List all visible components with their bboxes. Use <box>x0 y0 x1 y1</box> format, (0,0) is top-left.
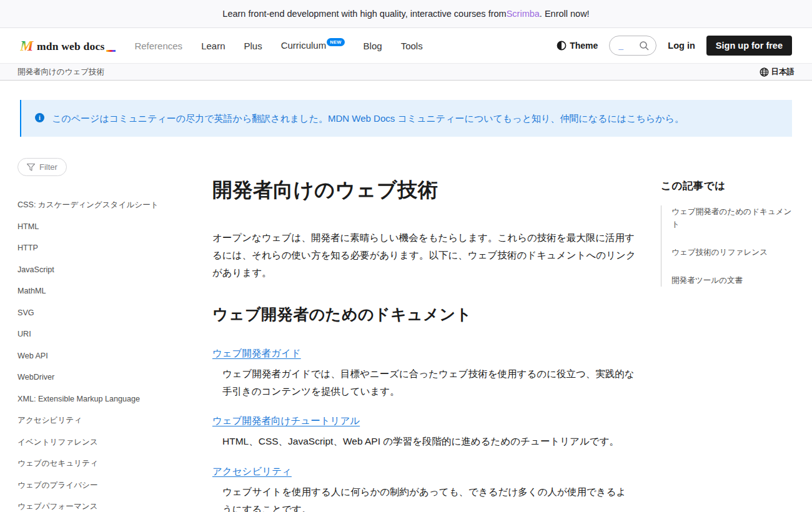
localization-notice: i このページはコミュニティーの尽力で英語から翻訳されました。MDN Web D… <box>20 100 792 137</box>
mdn-logo-m-icon: M <box>20 38 34 53</box>
sidebar-item-mathml[interactable]: MathML <box>17 287 187 295</box>
svg-text:M: M <box>20 38 34 53</box>
doc-entry: ウェブ開発者向けチュートリアル HTML、CSS、JavaScript、Web … <box>212 415 636 450</box>
intro-paragraph: オープンなウェブは、開発者に素晴らしい機会をもたらします。これらの技術を最大限に… <box>212 229 636 282</box>
signup-button[interactable]: Sign up for free <box>706 36 792 56</box>
sidebar-item-xml[interactable]: XML: Extensible Markup Language <box>17 395 187 403</box>
info-icon: i <box>35 113 44 122</box>
sidebar-item-html[interactable]: HTML <box>17 223 187 231</box>
promo-text-after: . Enroll now! <box>540 9 590 19</box>
toc-sidebar: この記事では ウェブ開発者のためのドキュメント ウェブ技術のリファレンス 開発者… <box>661 158 795 512</box>
theme-toggle[interactable]: Theme <box>557 41 598 51</box>
promo-banner: Learn front-end development with high qu… <box>0 0 812 28</box>
nav-curriculum-label: Curriculum <box>281 40 327 51</box>
entry-description: ウェブ開発者ガイドでは、目標やニーズに合ったウェブ技術を使用するのに役立つ、実践… <box>222 365 636 400</box>
nav-curriculum[interactable]: CurriculumNEW <box>281 40 345 51</box>
toc-item-reference[interactable]: ウェブ技術のリファレンス <box>671 246 795 258</box>
page-title: 開発者向けのウェブ技術 <box>212 177 636 204</box>
left-sidebar: Filter CSS: カスケーディングスタイルシート HTML HTTP Ja… <box>17 158 187 512</box>
promo-text-before: Learn front-end development with high qu… <box>222 9 506 19</box>
search-input[interactable]: _ <box>609 36 656 56</box>
search-icon <box>639 41 650 51</box>
entry-description: ウェブサイトを使用する人に何らかの制約があっても、できるだけ多くの人が使用できる… <box>222 483 636 512</box>
filter-button[interactable]: Filter <box>17 158 67 176</box>
nav-tools[interactable]: Tools <box>401 41 423 51</box>
mdn-logo[interactable]: M mdn web docs <box>20 38 116 53</box>
link-web-developer-tutorials[interactable]: ウェブ開発者向けチュートリアル <box>212 415 360 426</box>
sidebar-item-event-reference[interactable]: イベントリファレンス <box>17 438 187 446</box>
link-accessibility[interactable]: アクセシビリティ <box>212 466 292 476</box>
sidebar-item-web-privacy[interactable]: ウェブのプライバシー <box>17 481 187 490</box>
breadcrumb[interactable]: 開発者向けのウェブ技術 <box>17 67 104 77</box>
sidebar-item-http[interactable]: HTTP <box>17 244 187 252</box>
site-header: M mdn web docs References Learn Plus Cur… <box>0 28 812 63</box>
article-content: 開発者向けのウェブ技術 オープンなウェブは、開発者に素晴らしい機会をもたらします… <box>212 158 636 512</box>
nav-references[interactable]: References <box>134 41 182 51</box>
sidebar-item-webapi[interactable]: Web API <box>17 352 187 360</box>
toc-title: この記事では <box>661 179 795 193</box>
theme-icon <box>557 41 567 51</box>
toc-list: ウェブ開発者のためのドキュメント ウェブ技術のリファレンス 開発者ツールの文書 <box>661 205 795 287</box>
notice-text[interactable]: このページはコミュニティーの尽力で英語から翻訳されました。MDN Web Doc… <box>52 112 684 125</box>
new-badge: NEW <box>327 38 344 46</box>
mdn-logo-text: mdn web docs <box>37 40 104 53</box>
toc-item-devtools[interactable]: 開発者ツールの文書 <box>671 274 795 287</box>
sidebar-item-webdriver[interactable]: WebDriver <box>17 373 187 382</box>
page-layout: Filter CSS: カスケーディングスタイルシート HTML HTTP Ja… <box>0 137 812 512</box>
nav-plus[interactable]: Plus <box>244 41 262 51</box>
header-actions: Theme _ Log in Sign up for free <box>557 36 792 56</box>
doc-entry: アクセシビリティ ウェブサイトを使用する人に何らかの制約があっても、できるだけ多… <box>212 465 636 512</box>
language-label: 日本語 <box>771 67 795 77</box>
mdn-logo-underscore-icon <box>106 50 116 52</box>
sidebar-item-css[interactable]: CSS: カスケーディングスタイルシート <box>17 201 187 209</box>
theme-label: Theme <box>570 41 598 51</box>
filter-label: Filter <box>39 162 57 172</box>
search-caret: _ <box>618 42 623 49</box>
nav-blog[interactable]: Blog <box>364 41 382 51</box>
entry-description: HTML、CSS、JavaScript、Web API の学習を段階的に進めるた… <box>222 433 636 450</box>
sidebar-item-web-performance[interactable]: ウェブパフォーマンス <box>17 503 187 511</box>
nav-learn[interactable]: Learn <box>201 41 225 51</box>
section-title-docs: ウェブ開発者のためのドキュメント <box>212 304 636 325</box>
sidebar-item-svg[interactable]: SVG <box>17 309 187 317</box>
sidebar-item-javascript[interactable]: JavaScript <box>17 266 187 274</box>
globe-icon <box>760 67 769 77</box>
sidebar-item-web-security[interactable]: ウェブのセキュリティ <box>17 460 187 468</box>
language-switcher[interactable]: 日本語 <box>760 67 795 77</box>
sidebar-item-accessibility[interactable]: アクセシビリティ <box>17 416 187 425</box>
sidebar-nav-list: CSS: カスケーディングスタイルシート HTML HTTP JavaScrip… <box>17 201 187 511</box>
link-web-developer-guide[interactable]: ウェブ開発者ガイド <box>212 348 301 358</box>
doc-entry: ウェブ開発者ガイド ウェブ開発者ガイドでは、目標やニーズに合ったウェブ技術を使用… <box>212 347 636 400</box>
login-button[interactable]: Log in <box>668 41 695 51</box>
main-nav: References Learn Plus CurriculumNEW Blog… <box>134 40 422 51</box>
scrimba-link[interactable]: Scrimba <box>507 9 540 19</box>
article-bar: 開発者向けのウェブ技術 日本語 <box>0 63 812 81</box>
filter-icon <box>27 164 35 171</box>
sidebar-item-uri[interactable]: URI <box>17 330 187 338</box>
toc-item-docs[interactable]: ウェブ開発者のためのドキュメント <box>671 205 795 230</box>
